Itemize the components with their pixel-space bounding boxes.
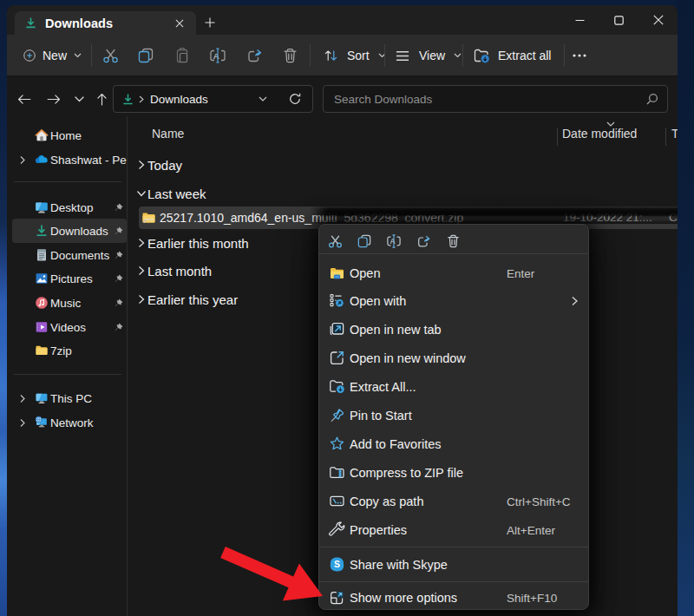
new-button[interactable]: New (23, 35, 82, 76)
address-bar[interactable]: Downloads (113, 85, 313, 113)
sidebar-item-label: Network (50, 416, 134, 429)
column-separator[interactable] (665, 128, 666, 146)
zip-folder-icon (141, 211, 156, 225)
group-label: Today (147, 158, 182, 173)
share-menu-button[interactable] (413, 231, 434, 252)
sidebar-item-network[interactable]: Network (7, 410, 127, 435)
rename-icon: A (209, 48, 226, 63)
copy-as-path-icon (329, 493, 345, 509)
sidebar-item-7zip[interactable]: 7zip (7, 338, 127, 363)
rename-menu-button[interactable]: A (383, 231, 404, 252)
maximize-button[interactable] (599, 5, 638, 35)
see-more-button[interactable] (566, 35, 593, 76)
back-arrow-icon (17, 95, 31, 104)
sidebar-item-documents[interactable]: Documents (7, 243, 127, 267)
home-icon (35, 128, 49, 142)
pin-icon (113, 273, 124, 285)
group-today[interactable]: Today (128, 153, 678, 177)
svg-text:A: A (213, 51, 219, 61)
toolbar-separator (384, 44, 385, 67)
sidebar-item-videos[interactable]: Videos (7, 315, 127, 339)
sidebar-item-home[interactable]: Home (7, 123, 127, 147)
pictures-icon (35, 272, 49, 285)
menu-item-copy-as-path[interactable]: Copy as path Ctrl+Shift+C (319, 487, 588, 515)
sidebar-item-desktop[interactable]: Desktop (7, 195, 127, 220)
svg-text:S: S (334, 559, 340, 569)
cut-button[interactable] (93, 35, 128, 76)
menu-item-properties[interactable]: Properties Alt+Enter (319, 515, 588, 544)
cut-menu-button[interactable] (324, 231, 345, 252)
sort-button[interactable]: Sort (324, 35, 386, 76)
refresh-icon[interactable] (289, 93, 301, 105)
desktop: Downloads (0, 0, 694, 616)
collapsed-chevron-icon[interactable] (135, 265, 147, 276)
sidebar-item-label: This PC (50, 392, 134, 405)
toolbar-separator (462, 44, 463, 67)
tab-downloads[interactable]: Downloads (15, 11, 196, 35)
copy-button[interactable] (128, 35, 163, 76)
collapsed-chevron-icon[interactable] (135, 238, 147, 248)
group-last-week[interactable]: Last week (128, 181, 678, 206)
pin-icon (113, 250, 124, 261)
copy-menu-button[interactable] (354, 231, 375, 252)
forward-button[interactable] (41, 86, 67, 112)
view-button[interactable]: View (396, 35, 462, 76)
maximize-icon (614, 16, 624, 25)
sidebar-item-pictures[interactable]: Pictures (7, 266, 127, 291)
collapsed-chevron-icon[interactable] (135, 294, 147, 305)
window-controls (560, 5, 678, 35)
extract-all-icon (474, 49, 490, 63)
sidebar-item-music[interactable]: Music (7, 291, 127, 315)
search-icon[interactable] (646, 93, 658, 105)
sidebar-item-onedrive[interactable]: Shashwat - Pe (7, 147, 127, 172)
menu-item-shortcut: Alt+Enter (507, 523, 555, 536)
collapsed-chevron-icon[interactable] (135, 160, 147, 170)
menu-item-add-to-favorites[interactable]: Add to Favorites (319, 429, 588, 458)
delete-icon (447, 234, 460, 248)
rename-button[interactable]: A (200, 35, 235, 76)
paste-button[interactable] (165, 35, 200, 76)
minimize-button[interactable] (560, 5, 599, 35)
share-button[interactable] (237, 35, 272, 76)
menu-item-open[interactable]: Open Enter (319, 259, 588, 287)
menu-item-share-with-skype[interactable]: S Share with Skype (319, 550, 588, 579)
menu-item-label: Open in new window (350, 351, 466, 365)
tab-close-icon[interactable] (171, 15, 188, 32)
back-button[interactable] (11, 86, 37, 112)
breadcrumb-location[interactable]: Downloads (150, 93, 208, 106)
up-arrow-icon (97, 93, 107, 106)
expand-chevron-icon[interactable] (17, 394, 28, 403)
extract-all-button[interactable]: Extract all (474, 35, 551, 76)
menu-item-show-more-options[interactable]: Show more options Shift+F10 (319, 585, 588, 611)
extract-all-label: Extract all (498, 49, 551, 62)
sidebar-item-this-pc[interactable]: This PC (7, 386, 127, 410)
menu-item-compress-to-zip[interactable]: Compress to ZIP file (319, 458, 588, 487)
column-header-date-modified[interactable]: Date modified (562, 127, 637, 141)
expand-chevron-icon[interactable] (17, 418, 28, 428)
close-button[interactable] (638, 5, 678, 35)
address-dropdown-icon[interactable] (259, 96, 267, 102)
plus-icon (205, 17, 215, 28)
menu-item-pin-to-start[interactable]: Pin to Start (319, 401, 588, 429)
menu-item-label: Open with (350, 294, 406, 308)
menu-item-open-in-new-tab[interactable]: Open in new tab (319, 315, 588, 344)
menu-item-open-with[interactable]: Open with (319, 286, 588, 315)
group-label: Last month (147, 264, 212, 279)
delete-menu-button[interactable] (442, 231, 463, 252)
pin-icon (113, 298, 124, 309)
up-button[interactable] (88, 86, 115, 112)
menu-item-extract-all[interactable]: Extract All... (319, 372, 588, 401)
search-input[interactable]: Search Downloads (323, 85, 668, 113)
delete-button[interactable] (272, 35, 307, 76)
sidebar-item-downloads[interactable]: Downloads (7, 219, 127, 243)
menu-item-open-in-new-window[interactable]: Open in new window (319, 344, 588, 372)
tab-title: Downloads (45, 16, 113, 30)
expand-chevron-icon[interactable] (17, 155, 28, 165)
chevron-down-icon (75, 96, 84, 102)
column-header-type[interactable]: T (671, 127, 678, 141)
column-header-name[interactable]: Name (152, 127, 184, 141)
sidebar-item-label: 7zip (50, 344, 134, 357)
column-separator[interactable] (557, 128, 558, 146)
new-tab-button[interactable] (200, 12, 220, 33)
expanded-chevron-icon[interactable] (135, 190, 147, 197)
